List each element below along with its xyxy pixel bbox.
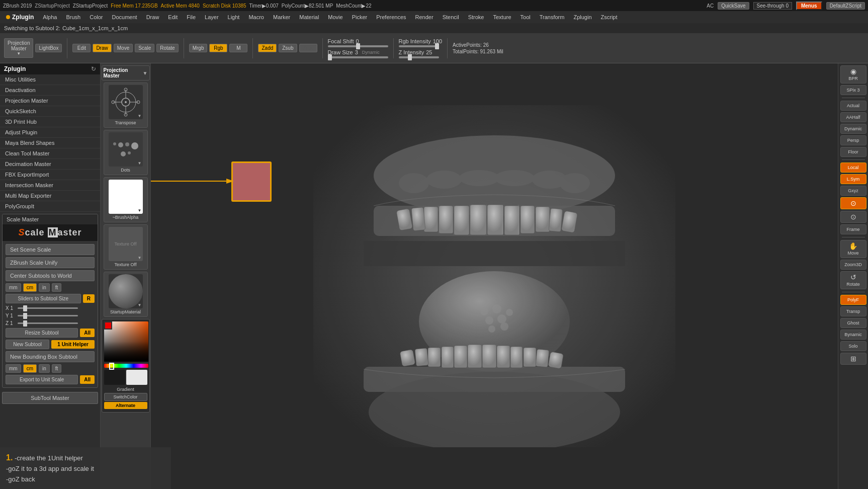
focal-shift-slider[interactable] (328, 45, 388, 47)
menu-tool[interactable]: Tool (516, 13, 535, 21)
snap-button[interactable]: ⊞ (840, 353, 866, 365)
draw-size-slider[interactable] (328, 56, 388, 58)
unit-helper-button[interactable]: 1 Unit Helper (51, 340, 95, 349)
menu-render[interactable]: Render (411, 13, 438, 21)
sidebar-3d-print-hub[interactable]: 3D Print Hub (0, 117, 100, 127)
scale-button[interactable]: Scale (135, 44, 154, 52)
menu-marker[interactable]: Marker (269, 13, 294, 21)
menu-color[interactable]: Color (85, 13, 107, 21)
switch-color-button[interactable]: SwitchColor (104, 393, 147, 401)
all-export-badge[interactable]: All (80, 375, 95, 384)
color-swatch-black[interactable] (104, 370, 125, 385)
menu-picker[interactable]: Picker (348, 13, 372, 21)
brush-transpose[interactable]: ▼ Transpose (104, 83, 148, 128)
menu-light[interactable]: Light (224, 13, 244, 21)
bynamic-button[interactable]: Bynamic (840, 330, 866, 340)
menu-layer[interactable]: Layer (201, 13, 223, 21)
lsym-button[interactable]: L.Sym (840, 174, 866, 184)
brush-alpha[interactable]: ▼ ~BrushAlpha (104, 177, 148, 222)
scale-master-header[interactable]: Scale Master (3, 214, 98, 224)
move-button-right[interactable]: ✋ Move (840, 240, 866, 258)
menu-stencil[interactable]: Stencil (439, 13, 463, 21)
sym-button[interactable]: ⊙ (840, 197, 866, 209)
menu-transform[interactable]: Transform (536, 13, 569, 21)
alternate-button[interactable]: Alternate (104, 402, 147, 409)
sidebar-misc-utilities[interactable]: Misc Utilities (0, 74, 100, 85)
sidebar-clean-tool-master[interactable]: Clean Tool Master (0, 148, 100, 159)
frame-button[interactable]: Frame (840, 224, 866, 234)
transp-button[interactable]: Transp (840, 306, 866, 316)
unit-mm[interactable]: mm (6, 283, 21, 292)
draw-button[interactable]: Draw (93, 44, 111, 52)
solo-button[interactable]: Solo (840, 341, 866, 351)
sidebar-adjust-plugin[interactable]: Adjust Plugin (0, 127, 100, 138)
bpr-button[interactable]: ◉ BPR (840, 65, 866, 84)
z-slider[interactable] (18, 322, 78, 324)
all-resize-badge[interactable]: All (80, 329, 95, 337)
actual-button[interactable]: Actual (840, 101, 866, 111)
menu-draw[interactable]: Draw (142, 13, 163, 21)
brush-material[interactable]: ▼ StartupMaterial (104, 272, 148, 317)
polyf-button[interactable]: PolyF (840, 295, 866, 305)
unit-cm-2[interactable]: cm (23, 364, 37, 373)
projection-master-button[interactable]: ProjectionMaster ▼ (4, 38, 33, 58)
gxyz-button[interactable]: Gxyz (840, 186, 866, 196)
export-to-scale-button[interactable]: Export to Unit Scale (6, 375, 78, 384)
menu-macro[interactable]: Macro (244, 13, 268, 21)
sidebar-intersection-masker[interactable]: Intersection Masker (0, 180, 100, 191)
zsub-button[interactable]: Zsub (279, 44, 297, 52)
sidebar-polygroupit[interactable]: PolyGroupIt (0, 201, 100, 212)
m-button[interactable]: M (229, 44, 247, 52)
unit-in-2[interactable]: in (39, 364, 50, 373)
menu-document[interactable]: Document (108, 13, 141, 21)
mrgb-button[interactable]: Mrgb (189, 44, 208, 52)
menu-texture[interactable]: Texture (489, 13, 515, 21)
unit-ft-2[interactable]: ft (52, 364, 62, 373)
unit-cm[interactable]: cm (23, 283, 37, 292)
zplugin-logo[interactable]: Zplugin (2, 13, 38, 22)
spix-button[interactable]: SPix 3 (840, 85, 866, 95)
subtool-master-button[interactable]: SubTool Master (2, 392, 98, 404)
projection-master-panel-header[interactable]: ProjectionMaster ▼ (102, 65, 150, 80)
red-corner-indicator[interactable] (104, 321, 112, 330)
see-through-button[interactable]: See-through 0 (753, 2, 792, 10)
menu-brush[interactable]: Brush (62, 13, 84, 21)
main-canvas[interactable] (151, 63, 838, 489)
sidebar-deactivation[interactable]: Deactivation (0, 85, 100, 96)
sidebar-projection-master[interactable]: Projection Master (0, 96, 100, 106)
zadd-button[interactable]: Zadd (258, 44, 277, 52)
menu-zscript[interactable]: Zscript (597, 13, 622, 21)
zoom3d-button[interactable]: Zoom3D (840, 260, 866, 270)
brush-dots[interactable]: ▼ Dots (104, 130, 148, 175)
menu-edit[interactable]: Edit (164, 13, 182, 21)
rgb-button[interactable]: Rgb (209, 44, 227, 52)
menu-movie[interactable]: Movie (324, 13, 346, 21)
resize-subtool-button[interactable]: Resize Subtool (6, 328, 78, 338)
color-gradient-container[interactable] (104, 321, 147, 362)
rotate-button[interactable]: Rotate (156, 44, 178, 52)
z-intensity-slider[interactable] (399, 56, 439, 58)
sidebar-quicksketch[interactable]: QuickSketch (0, 106, 100, 117)
new-subtool-button[interactable]: New Subtool (6, 340, 49, 349)
rgb-intensity-slider[interactable] (399, 45, 439, 47)
edit-button[interactable]: Edit (72, 44, 91, 52)
center-subtools-button[interactable]: Center Subtools to World (6, 270, 95, 281)
refresh-button[interactable]: ↻ (91, 65, 96, 72)
floor-button[interactable]: Floor (840, 147, 866, 157)
menu-material[interactable]: Material (295, 13, 323, 21)
color-preview-square[interactable] (231, 161, 272, 202)
sidebar-maya-blend-shapes[interactable]: Maya Blend Shapes (0, 138, 100, 148)
menu-preferences[interactable]: Preferences (372, 13, 410, 21)
x-slider[interactable] (18, 307, 78, 309)
unit-ft[interactable]: ft (52, 283, 62, 292)
sliders-to-subtool-button[interactable]: Sliders to Subtool Size (6, 294, 81, 303)
default-script-button[interactable]: DefaultZScript (826, 2, 865, 10)
r-badge[interactable]: R (83, 294, 95, 303)
lightbox-button[interactable]: LightBox (35, 44, 62, 52)
sidebar-multi-map-exporter[interactable]: Multi Map Exporter (0, 191, 100, 201)
sidebar-decimation-master[interactable]: Decimation Master (0, 159, 100, 170)
color-swatch-white[interactable] (126, 370, 147, 385)
empty-btn-1[interactable]: ⊙ (840, 211, 866, 223)
move-button[interactable]: Move (114, 44, 133, 52)
unit-mm-2[interactable]: mm (6, 364, 21, 373)
